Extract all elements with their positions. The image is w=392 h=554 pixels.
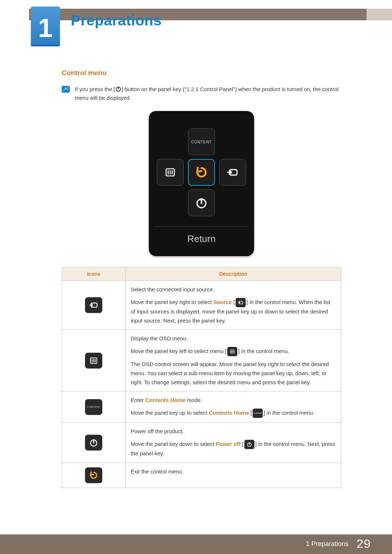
menu-icon: [227, 347, 237, 356]
panel-source-button: [219, 159, 246, 186]
panel-return-button: [188, 159, 215, 186]
content-icon: CONTENT: [253, 409, 263, 418]
table-header-description: Description: [126, 267, 341, 281]
table-desc-content: Enter Contents Home mode. Move the panel…: [126, 391, 341, 423]
power-icon: [244, 440, 254, 449]
icon-description-table: Icons Description Select the connected i…: [62, 267, 341, 488]
source-icon: [236, 298, 246, 307]
note-text: If you press the [] button on the panel …: [75, 85, 341, 102]
menu-icon: [85, 353, 102, 369]
table-header-icons: Icons: [62, 267, 126, 281]
power-icon: [85, 435, 102, 451]
content-icon: CONTENT: [85, 399, 102, 415]
footer-chapter: 1 Preparations: [306, 540, 348, 548]
footer-page-number: 29: [356, 537, 371, 551]
chapter-number-badge: 1: [31, 7, 60, 46]
source-icon: [85, 297, 102, 313]
table-row: Display the OSD menu. Move the panel key…: [62, 330, 341, 391]
table-desc-return: Exit the control menu.: [126, 463, 341, 488]
content-label: CONTENT: [191, 140, 212, 144]
table-row: CONTENT Enter Contents Home mode. Move t…: [62, 391, 341, 423]
page-title: Preparations: [71, 12, 162, 29]
table-desc-power: Power off the product. Move the panel ke…: [126, 423, 341, 463]
power-icon: [115, 86, 122, 92]
table-row: Exit the control menu.: [62, 463, 341, 488]
panel-power-button: [188, 189, 215, 216]
panel-return-label: Return: [149, 227, 254, 253]
power-off-label: Power off: [216, 441, 240, 447]
table-desc-source: Select the connected input source. Move …: [126, 281, 341, 330]
panel-menu-button: [157, 159, 184, 186]
footer: 1 Preparations 29: [0, 534, 392, 554]
chapter-number: 1: [38, 13, 53, 43]
table-desc-menu: Display the OSD menu. Move the panel key…: [126, 330, 341, 391]
control-menu-illustration: CONTENT Return: [62, 111, 341, 256]
table-row: Select the connected input source. Move …: [62, 281, 341, 330]
table-row: Power off the product. Move the panel ke…: [62, 423, 341, 463]
return-icon: [85, 467, 102, 483]
note-icon: [62, 86, 70, 94]
panel-content-button: CONTENT: [188, 128, 215, 155]
note-row: If you press the [] button on the panel …: [62, 85, 341, 102]
source-label: Source: [213, 299, 232, 305]
section-title: Control menu: [62, 69, 341, 77]
contents-home-label: Contents Home: [209, 410, 249, 416]
contents-home-label: Contents Home: [145, 397, 185, 403]
